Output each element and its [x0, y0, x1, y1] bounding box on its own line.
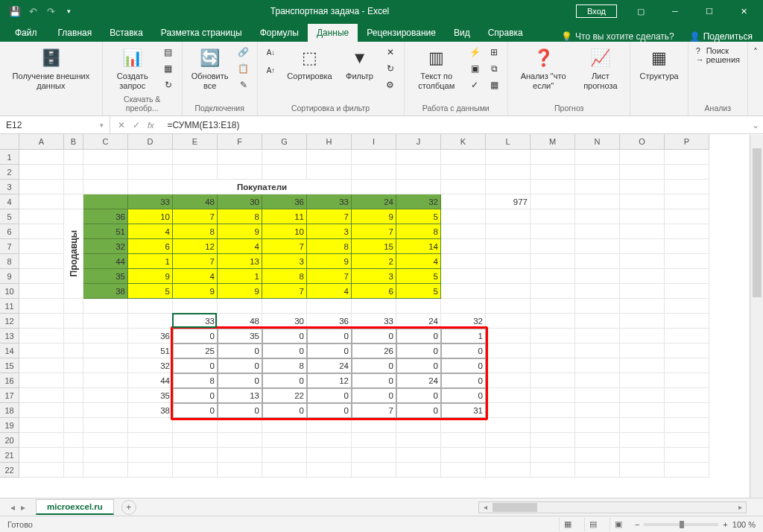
- cell[interactable]: [128, 418, 173, 433]
- cell[interactable]: [19, 463, 64, 478]
- cell[interactable]: [531, 448, 575, 463]
- cell[interactable]: [575, 254, 620, 269]
- add-sheet-button[interactable]: +: [121, 500, 136, 515]
- cell[interactable]: [531, 239, 575, 254]
- cell[interactable]: [441, 254, 486, 269]
- cell[interactable]: 0: [173, 358, 218, 373]
- cell[interactable]: 51: [128, 343, 173, 358]
- qat-more-icon[interactable]: ▾: [63, 5, 75, 17]
- row-header[interactable]: 22: [0, 463, 19, 478]
- cell[interactable]: 7: [352, 403, 396, 418]
- cell[interactable]: 36: [128, 329, 173, 343]
- cell[interactable]: [531, 269, 575, 284]
- cell[interactable]: [486, 150, 531, 165]
- cell[interactable]: [575, 343, 620, 358]
- row-header[interactable]: 2: [0, 165, 19, 180]
- save-icon[interactable]: 💾: [9, 5, 21, 17]
- cell[interactable]: [620, 209, 665, 224]
- signin-button[interactable]: Вход: [576, 4, 617, 18]
- tab-home[interactable]: Главная: [49, 24, 101, 42]
- cell[interactable]: [128, 165, 173, 180]
- cell[interactable]: [665, 358, 709, 373]
- cell[interactable]: 5: [396, 284, 441, 299]
- cell[interactable]: 9: [173, 284, 218, 299]
- cell[interactable]: [665, 299, 709, 314]
- cell[interactable]: 0: [218, 358, 262, 373]
- cell[interactable]: 0: [218, 373, 262, 388]
- cell[interactable]: 13: [218, 388, 262, 403]
- cell[interactable]: 3: [352, 269, 396, 284]
- cell[interactable]: [128, 150, 173, 165]
- get-external-data-button[interactable]: 🗄️ Получение внешних данных: [6, 45, 96, 92]
- cell[interactable]: [262, 299, 307, 314]
- cell[interactable]: [575, 209, 620, 224]
- cell[interactable]: 0: [396, 358, 441, 373]
- cell[interactable]: 32: [396, 194, 441, 209]
- cell[interactable]: [173, 463, 218, 478]
- cell[interactable]: [128, 314, 173, 329]
- row-header[interactable]: 21: [0, 448, 19, 463]
- cell[interactable]: [173, 150, 218, 165]
- cell[interactable]: [620, 284, 665, 299]
- cell[interactable]: [262, 433, 307, 448]
- cell[interactable]: [64, 180, 83, 194]
- structure-button[interactable]: ▦ Структура: [636, 45, 681, 83]
- cell[interactable]: [575, 224, 620, 239]
- cell[interactable]: [620, 343, 665, 358]
- col-header[interactable]: P: [665, 134, 709, 150]
- cell[interactable]: [531, 209, 575, 224]
- cell[interactable]: [218, 418, 262, 433]
- col-header[interactable]: I: [352, 134, 396, 150]
- minimize-button[interactable]: ─: [659, 1, 691, 22]
- cell[interactable]: [19, 448, 64, 463]
- cell[interactable]: [575, 448, 620, 463]
- tab-help[interactable]: Справка: [479, 24, 532, 42]
- cell[interactable]: [575, 433, 620, 448]
- recent-sources-icon[interactable]: ↻: [161, 77, 176, 92]
- cell[interactable]: 8: [262, 269, 307, 284]
- cell[interactable]: 33: [128, 194, 173, 209]
- cell[interactable]: [441, 463, 486, 478]
- cell[interactable]: [441, 180, 486, 194]
- cell[interactable]: [665, 314, 709, 329]
- cell[interactable]: [486, 329, 531, 343]
- cell[interactable]: [441, 299, 486, 314]
- filter-button[interactable]: ▼ Фильтр: [341, 45, 379, 83]
- cell[interactable]: [620, 165, 665, 180]
- share-button[interactable]: 👤 Поделиться: [682, 31, 760, 42]
- cell[interactable]: [396, 165, 441, 180]
- tab-view[interactable]: Вид: [445, 24, 479, 42]
- cell[interactable]: [486, 448, 531, 463]
- cell[interactable]: [531, 358, 575, 373]
- cell[interactable]: 1: [128, 254, 173, 269]
- cell[interactable]: [665, 269, 709, 284]
- cell[interactable]: 36: [307, 314, 352, 329]
- cell[interactable]: [531, 463, 575, 478]
- cell[interactable]: [575, 358, 620, 373]
- cell[interactable]: [19, 209, 64, 224]
- cell[interactable]: 10: [262, 224, 307, 239]
- cell[interactable]: [64, 343, 83, 358]
- cell[interactable]: [575, 194, 620, 209]
- cell[interactable]: 0: [396, 388, 441, 403]
- tab-review[interactable]: Рецензирование: [358, 24, 445, 42]
- cell[interactable]: [19, 373, 64, 388]
- cell[interactable]: 7: [262, 239, 307, 254]
- cell[interactable]: [19, 403, 64, 418]
- cell[interactable]: [665, 418, 709, 433]
- col-header[interactable]: D: [128, 134, 173, 150]
- cell[interactable]: [307, 299, 352, 314]
- cell[interactable]: 7: [173, 209, 218, 224]
- cell[interactable]: [173, 299, 218, 314]
- cell[interactable]: [441, 418, 486, 433]
- whatif-button[interactable]: ❓ Анализ "что если": [514, 45, 572, 92]
- cell[interactable]: 5: [128, 284, 173, 299]
- cell[interactable]: 12: [173, 239, 218, 254]
- cell[interactable]: [486, 224, 531, 239]
- cell[interactable]: [665, 150, 709, 165]
- enter-formula-icon[interactable]: ✓: [133, 120, 140, 130]
- col-header[interactable]: F: [218, 134, 262, 150]
- row-header[interactable]: 9: [0, 269, 19, 284]
- vertical-scrollbar[interactable]: [750, 135, 763, 498]
- sheet-nav-last-icon[interactable]: ▸: [21, 502, 25, 513]
